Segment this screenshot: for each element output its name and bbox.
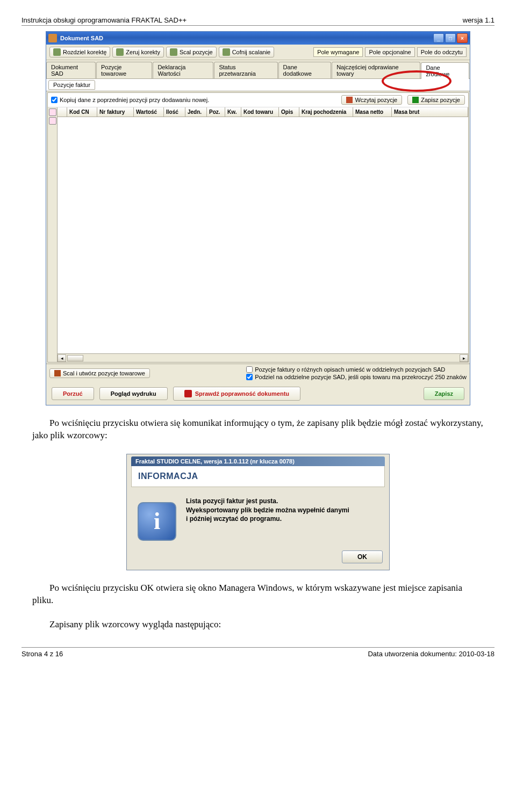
bottom-bar: Porzuć Pogląd wydruku Sprawdź poprawność… — [46, 382, 470, 405]
col-jedn[interactable]: Jedn. — [185, 107, 207, 117]
tool-cofnij[interactable]: Cofnij scalanie — [219, 47, 275, 57]
tab-dokument-sad[interactable]: Dokument SAD — [46, 62, 96, 78]
load-icon — [346, 97, 353, 103]
content-area: Kopiuj dane z poprzedniej pozycji przy d… — [47, 92, 469, 363]
validate-button[interactable]: Sprawdź poprawność dokumentu — [173, 387, 300, 401]
grid-sidebar — [48, 107, 58, 362]
data-grid: Kod CN Nr faktury Wartość Ilość Jedn. Po… — [48, 107, 468, 362]
tool-label: Scal pozycje — [180, 49, 213, 55]
minimize-button[interactable]: _ — [433, 33, 444, 43]
dialog-heading: INFORMACJA — [138, 472, 378, 481]
horizontal-scrollbar[interactable]: ◂ ▸ — [58, 353, 468, 362]
dialog-title-text: Fraktal STUDIO CELNE, wersja 1.1.0.112 (… — [131, 456, 385, 466]
scroll-right-button[interactable]: ▸ — [460, 354, 468, 362]
btn-label: Sprawdź poprawność dokumentu — [195, 390, 289, 397]
preview-button[interactable]: Pogląd wydruku — [99, 387, 168, 400]
close-button[interactable]: × — [457, 33, 468, 43]
opt2-checkbox[interactable]: Podziel na oddzielne pozycje SAD, jeśli … — [246, 374, 467, 380]
paragraph-2a: Po wciśnięciu przycisku OK otwiera się o… — [32, 582, 484, 607]
col-poz[interactable]: Poz. — [207, 107, 225, 117]
col-masa-brut[interactable]: Masa brut — [392, 107, 468, 117]
copy-checkbox-input[interactable] — [51, 97, 58, 103]
opt1-checkbox[interactable]: Pozycje faktury o różnych opisach umieść… — [246, 366, 467, 373]
dialog-message: Lista pozycji faktur jest pusta. Wyekspo… — [186, 497, 349, 524]
row-action-icon[interactable] — [49, 108, 56, 116]
abandon-button[interactable]: Porzuć — [52, 387, 94, 400]
field-required-label: Pole wymagane — [313, 47, 363, 57]
col-opis[interactable]: Opis — [279, 107, 299, 117]
btn-label: Pogląd wydruku — [111, 390, 156, 397]
tab-status[interactable]: Status przetwarzania — [214, 62, 277, 78]
window-title: Dokument SAD — [60, 35, 103, 41]
zero-icon — [116, 48, 124, 56]
merge-icon — [170, 48, 177, 56]
merge-create-button[interactable]: Scal i utwórz pozycje towarowe — [49, 368, 150, 378]
tool-label: Zeruj korekty — [126, 49, 160, 55]
opt1-label: Pozycje faktury o różnych opisach umieść… — [255, 366, 445, 373]
subtab-row: Pozycje faktur — [46, 79, 470, 91]
col-kod-towaru[interactable]: Kod towaru — [241, 107, 279, 117]
subtab-pozycje-faktur[interactable]: Pozycje faktur — [48, 80, 95, 90]
sad-window: Dokument SAD _ □ × Rozdziel korektę Zeru… — [46, 31, 470, 405]
col-ilosc[interactable]: Ilość — [164, 107, 185, 117]
scroll-thumb[interactable] — [67, 355, 83, 361]
info-icon: i — [138, 502, 176, 541]
tool-zeruj[interactable]: Zeruj korekty — [112, 47, 164, 57]
tool-rozdziel[interactable]: Rozdziel korektę — [49, 47, 110, 57]
row-action-icon[interactable] — [49, 117, 56, 125]
tab-pozycje-towarowe[interactable]: Pozycje towarowe — [96, 62, 152, 78]
tool-label: Rozdziel korektę — [63, 49, 106, 55]
field-readonly-label: Pole do odczytu — [417, 47, 467, 57]
tab-dane-dodatkowe[interactable]: Dane dodatkowe — [278, 62, 332, 78]
dlg-line1: Lista pozycji faktur jest pusta. — [186, 497, 349, 506]
tab-najczesciej[interactable]: Najczęściej odprawiane towary — [332, 62, 420, 78]
tab-dane-zrodlowe[interactable]: Dane źródłowe — [421, 62, 469, 79]
split-icon — [53, 48, 61, 56]
grid-body[interactable] — [58, 117, 468, 353]
opt2-input[interactable] — [246, 374, 253, 380]
main-tabs: Dokument SAD Pozycje towarowe Deklaracja… — [46, 60, 470, 79]
tab-deklaracja[interactable]: Deklaracja Wartości — [153, 62, 213, 78]
tool-scal[interactable]: Scal pozycje — [166, 47, 217, 57]
btn-label: Zapisz pozycje — [421, 97, 460, 103]
options-row: Scal i utwórz pozycje towarowe Pozycje f… — [46, 364, 470, 382]
footer-right: Data utworzenia dokumentu: 2010-03-18 — [368, 650, 494, 658]
opt2-label: Podziel na oddzielne pozycje SAD, jeśli … — [255, 374, 467, 380]
header-left: Instrukcja obsługi oprogramowania FRAKTA… — [22, 16, 187, 24]
col-nr-faktury[interactable]: Nr faktury — [97, 107, 134, 117]
btn-label: Wczytaj pozycje — [355, 97, 397, 103]
col-selector[interactable] — [58, 107, 67, 117]
dlg-line3: i później wczytać do programu. — [186, 514, 349, 524]
copy-checkbox[interactable]: Kopiuj dane z poprzedniej pozycji przy d… — [51, 97, 209, 103]
merge-icon — [54, 370, 61, 376]
undo-icon — [223, 48, 230, 56]
load-positions-button[interactable]: Wczytaj pozycje — [341, 95, 402, 105]
header-right: wersja 1.1 — [463, 16, 494, 24]
maximize-button[interactable]: □ — [445, 33, 456, 43]
page-header: Instrukcja obsługi oprogramowania FRAKTA… — [22, 16, 494, 26]
ok-button[interactable]: OK — [342, 550, 383, 563]
copy-checkbox-label: Kopiuj dane z poprzedniej pozycji przy d… — [60, 97, 209, 103]
save-positions-button[interactable]: Zapisz pozycje — [407, 95, 465, 105]
validate-icon — [184, 390, 192, 397]
col-kw[interactable]: Kw. — [225, 107, 241, 117]
col-masa-netto[interactable]: Masa netto — [353, 107, 392, 117]
field-optional-label: Pole opcjonalne — [365, 47, 414, 57]
save-icon — [412, 97, 419, 103]
scroll-left-button[interactable]: ◂ — [58, 354, 66, 362]
info-dialog: Fraktal STUDIO CELNE, wersja 1.1.0.112 (… — [126, 454, 390, 570]
titlebar: Dokument SAD _ □ × — [46, 32, 470, 45]
grid-header: Kod CN Nr faktury Wartość Ilość Jedn. Po… — [58, 107, 468, 117]
dialog-titlebar: Fraktal STUDIO CELNE, wersja 1.1.0.112 (… — [127, 454, 389, 466]
paragraph-1: Po wciśnięciu przycisku otwiera się komu… — [32, 417, 484, 442]
col-kod-cn[interactable]: Kod CN — [67, 107, 97, 117]
footer-left: Strona 4 z 16 — [22, 650, 63, 658]
btn-label: Porzuć — [63, 390, 83, 397]
opt1-input[interactable] — [246, 366, 253, 373]
btn-label: Scal i utwórz pozycje towarowe — [63, 370, 145, 376]
tool-label: Cofnij scalanie — [232, 49, 271, 55]
app-icon — [48, 34, 57, 42]
col-kraj[interactable]: Kraj pochodzenia — [299, 107, 353, 117]
save-button[interactable]: Zapisz — [424, 387, 464, 400]
col-wartosc[interactable]: Wartość — [134, 107, 164, 117]
